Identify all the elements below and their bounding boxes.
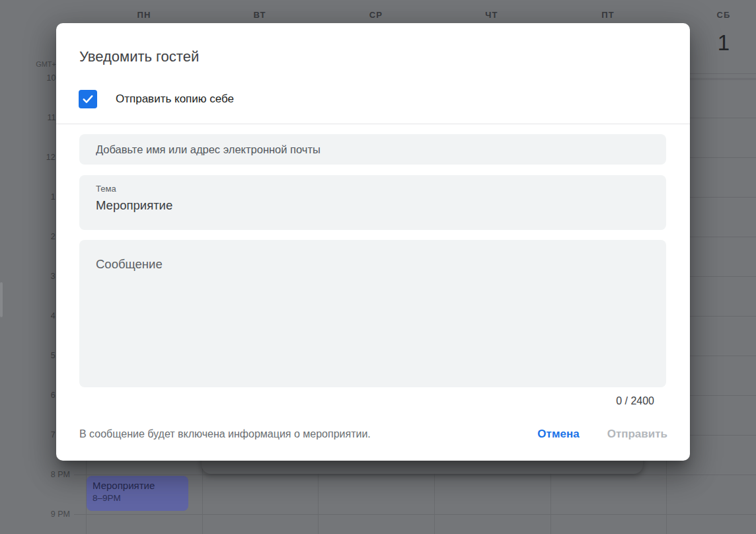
dialog-divider — [56, 124, 690, 124]
scrollbar-thumb[interactable] — [0, 282, 3, 317]
day-header-sat: СБ — [691, 10, 756, 20]
day-header-fri: ПТ — [575, 10, 641, 20]
message-textarea[interactable] — [79, 240, 666, 387]
footer-note: В сообщение будет включена информация о … — [79, 428, 371, 440]
send-copy-label[interactable]: Отправить копию себе — [116, 90, 234, 108]
send-copy-checkbox[interactable] — [79, 90, 97, 108]
event-title: Мероприятие — [93, 479, 182, 492]
subject-field[interactable]: Тема Мероприятие — [79, 175, 666, 230]
cancel-button[interactable]: Отмена — [531, 422, 586, 446]
app-window: ПН ВТ СР ЧТ ПТ СБ 1 GMT+ 10 AM — [0, 0, 756, 534]
calendar-event-chip[interactable]: Мероприятие 8–9PM — [87, 476, 188, 511]
send-button[interactable]: Отправить — [601, 422, 674, 446]
time-label-8pm: 8 PM — [22, 470, 70, 479]
event-time: 8–9PM — [93, 492, 182, 504]
day-header-tue: ВТ — [227, 10, 293, 20]
subject-value: Мероприятие — [96, 197, 650, 214]
hour-gridline — [74, 475, 756, 475]
subject-label: Тема — [96, 184, 650, 194]
date-number-sat[interactable]: 1 — [704, 30, 743, 56]
dialog-title: Уведомить гостей — [79, 48, 199, 65]
guests-input[interactable] — [79, 134, 666, 165]
day-header-wed: СР — [343, 10, 409, 20]
character-counter: 0 / 2400 — [616, 395, 654, 407]
timezone-label: GMT+ — [0, 60, 56, 68]
checkmark-icon — [81, 93, 94, 106]
day-header-thu: ЧТ — [459, 10, 525, 20]
dialog-actions: Отмена Отправить — [531, 422, 674, 446]
message-field — [79, 240, 666, 387]
notify-guests-dialog: Уведомить гостей Отправить копию себе Те… — [56, 23, 690, 461]
day-header-mon: ПН — [111, 10, 177, 20]
hour-gridline — [74, 514, 756, 515]
time-label-9pm: 9 PM — [22, 510, 70, 519]
guests-field — [79, 134, 666, 165]
